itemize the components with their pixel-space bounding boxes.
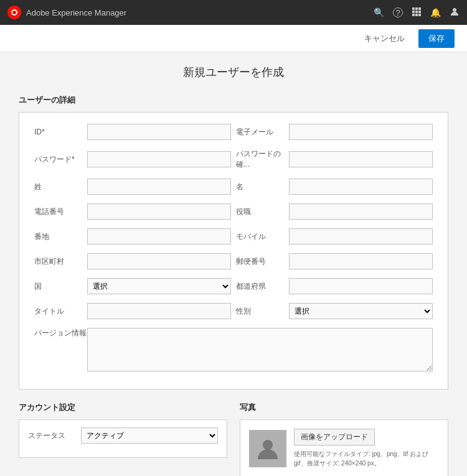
- adobe-logo-inner: [11, 9, 17, 16]
- lastname-label: 姓: [34, 182, 87, 192]
- account-settings-section: アカウント設定 ステータス アクティブ 非アクティブ: [19, 402, 227, 476]
- password-confirm-row: パスワードの確...: [234, 147, 435, 171]
- password-confirm-input[interactable]: [289, 151, 433, 167]
- top-navigation: Adobe Experience Manager 🔍 ? 🔔: [0, 0, 467, 25]
- firstname-label: 名: [236, 182, 289, 192]
- firstname-row: 名: [234, 177, 435, 196]
- page-content: 新規ユーザーを作成 ユーザーの詳細 ID* 電子メール パスワード*: [0, 52, 467, 476]
- password-confirm-label: パスワードの確...: [236, 149, 289, 170]
- email-row: 電子メール: [234, 123, 435, 141]
- id-row: ID*: [32, 123, 234, 141]
- save-button[interactable]: 保存: [418, 29, 455, 48]
- title-input[interactable]: [87, 303, 231, 319]
- status-label: ステータス: [28, 431, 81, 441]
- gender-select[interactable]: 選択: [289, 303, 433, 319]
- postal-row: 郵便番号: [234, 252, 435, 271]
- jobtitle-row: 役職: [234, 202, 435, 221]
- nav-left: Adobe Experience Manager: [7, 6, 126, 19]
- photo-title: 写真: [240, 402, 448, 413]
- address-row: 番地: [32, 227, 234, 246]
- svg-rect-3: [412, 11, 415, 13]
- state-input[interactable]: [289, 278, 433, 294]
- email-label: 電子メール: [236, 127, 289, 138]
- cancel-button[interactable]: キャンセル: [357, 29, 412, 48]
- user-details-title: ユーザーの詳細: [19, 95, 448, 106]
- apps-icon[interactable]: [412, 7, 422, 19]
- svg-rect-6: [412, 14, 415, 16]
- email-input[interactable]: [289, 124, 433, 140]
- postal-label: 郵便番号: [236, 256, 289, 267]
- gender-row: 性別 選択: [234, 302, 435, 320]
- mobile-label: モバイル: [236, 231, 289, 242]
- firstname-input[interactable]: [289, 179, 433, 195]
- title-label: タイトル: [34, 306, 87, 317]
- photo-upload-info: 画像をアップロード 使用可能なファイルタイプ: jpg、png、tif および …: [294, 429, 439, 468]
- help-icon[interactable]: ?: [393, 7, 403, 17]
- address-input[interactable]: [87, 228, 231, 245]
- account-photo-row: アカウント設定 ステータス アクティブ 非アクティブ 写真: [19, 402, 448, 476]
- status-select[interactable]: アクティブ 非アクティブ: [81, 427, 218, 444]
- svg-rect-1: [415, 7, 418, 10]
- user-details-grid: ID* 電子メール パスワード* パスワードの確...: [32, 123, 435, 327]
- notifications-icon[interactable]: 🔔: [430, 7, 441, 17]
- adobe-logo: [7, 6, 21, 19]
- page-title: 新規ユーザーを作成: [19, 65, 448, 80]
- state-label: 都道府県: [236, 281, 289, 292]
- svg-rect-5: [418, 11, 421, 13]
- state-row: 都道府県: [234, 277, 435, 296]
- photo-placeholder: [249, 430, 286, 467]
- city-input[interactable]: [87, 253, 231, 269]
- phone-label: 電話番号: [34, 207, 87, 217]
- address-label: 番地: [34, 231, 87, 242]
- account-settings-title: アカウント設定: [19, 402, 227, 413]
- mobile-row: モバイル: [234, 227, 435, 246]
- svg-rect-4: [415, 11, 418, 13]
- photo-file-info: 使用可能なファイルタイプ: jpg、png、tif および gif、推奨サイズ:…: [294, 449, 439, 468]
- about-textarea[interactable]: [87, 328, 433, 371]
- lastname-input[interactable]: [87, 179, 231, 195]
- status-row: ステータス アクティブ 非アクティブ: [28, 427, 218, 444]
- about-row: バージョン情報: [32, 327, 435, 373]
- password-row: パスワード*: [32, 147, 234, 171]
- country-label: 国: [34, 281, 87, 292]
- user-icon[interactable]: [450, 7, 460, 19]
- nav-right: 🔍 ? 🔔: [374, 7, 460, 19]
- jobtitle-input[interactable]: [289, 203, 433, 220]
- password-label: パスワード*: [34, 154, 87, 165]
- id-input[interactable]: [87, 124, 231, 140]
- avatar-icon: [256, 437, 280, 460]
- id-label: ID*: [34, 128, 87, 136]
- gender-label: 性別: [236, 306, 289, 317]
- country-row: 国 選択: [32, 277, 234, 296]
- svg-rect-0: [412, 7, 415, 10]
- jobtitle-label: 役職: [236, 207, 289, 217]
- phone-input[interactable]: [87, 203, 231, 220]
- svg-rect-8: [418, 14, 421, 16]
- app-name: Adobe Experience Manager: [26, 8, 126, 17]
- about-label: バージョン情報: [34, 328, 87, 338]
- status-panel: ステータス アクティブ 非アクティブ: [19, 419, 227, 458]
- city-row: 市区町村: [32, 252, 234, 271]
- toolbar: キャンセル 保存: [0, 25, 467, 52]
- user-details-section: ユーザーの詳細 ID* 電子メール パスワード*: [19, 95, 448, 390]
- svg-rect-7: [415, 14, 418, 16]
- svg-point-9: [453, 8, 456, 12]
- city-label: 市区町村: [34, 256, 87, 267]
- photo-panel: 画像をアップロード 使用可能なファイルタイプ: jpg、png、tif および …: [240, 419, 448, 476]
- country-select[interactable]: 選択: [87, 278, 231, 294]
- lastname-row: 姓: [32, 177, 234, 196]
- search-icon[interactable]: 🔍: [374, 7, 384, 17]
- postal-input[interactable]: [289, 253, 433, 269]
- svg-rect-2: [418, 7, 421, 10]
- password-input[interactable]: [87, 151, 231, 167]
- user-details-panel: ID* 電子メール パスワード* パスワードの確...: [19, 112, 448, 390]
- svg-point-10: [263, 440, 273, 450]
- phone-row: 電話番号: [32, 202, 234, 221]
- upload-button[interactable]: 画像をアップロード: [294, 429, 375, 446]
- photo-section: 写真 画像をアップロード 使用可能なファイルタイプ: jpg、png、tif お…: [240, 402, 448, 476]
- mobile-input[interactable]: [289, 228, 433, 245]
- title-row: タイトル: [32, 302, 234, 320]
